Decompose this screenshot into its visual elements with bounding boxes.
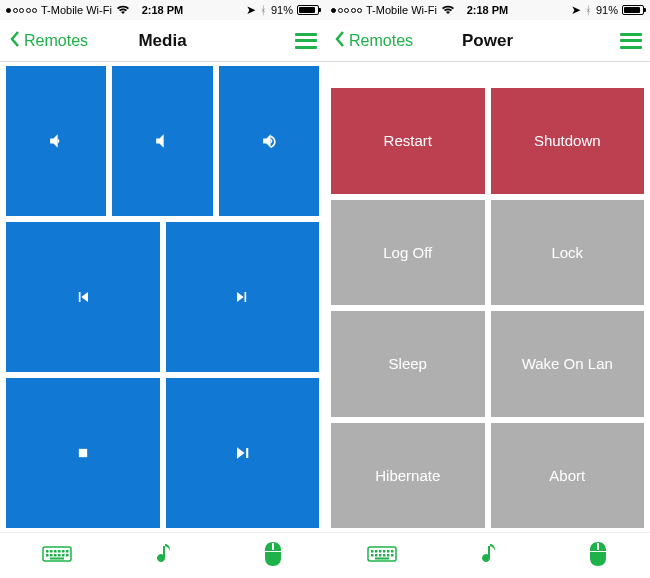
status-bar: T-Mobile Wi-Fi 2:18 PM ➤ ᚼ 91% [0, 0, 325, 20]
volume-mute-icon [152, 131, 172, 151]
power-button-log-off[interactable]: Log Off [331, 200, 485, 306]
tile-label: Abort [549, 467, 585, 484]
menu-button[interactable] [295, 33, 317, 49]
power-button-shutdown[interactable]: Shutdown [491, 88, 645, 194]
power-button-abort[interactable]: Abort [491, 423, 645, 529]
tile-label: Lock [551, 244, 583, 261]
tile-row [6, 222, 319, 372]
battery-icon [297, 5, 319, 15]
tile-row: Log OffLock [331, 200, 644, 306]
power-button-wake-on-lan[interactable]: Wake On Lan [491, 311, 645, 417]
clock-label: 2:18 PM [325, 4, 650, 16]
svg-rect-21 [387, 550, 390, 553]
svg-rect-22 [391, 550, 394, 553]
tile-row: RestartShutdown [331, 88, 644, 194]
tile-row: SleepWake On Lan [331, 311, 644, 417]
phone-screen-0: T-Mobile Wi-Fi 2:18 PM ➤ ᚼ 91% Remotes M… [0, 0, 325, 578]
spacer [331, 66, 644, 82]
mouse-button[interactable] [588, 541, 608, 571]
back-label: Remotes [349, 32, 413, 50]
svg-rect-14 [66, 554, 69, 557]
svg-rect-1 [246, 448, 248, 458]
power-button-sleep[interactable]: Sleep [331, 311, 485, 417]
power-button-hibernate[interactable]: Hibernate [331, 423, 485, 529]
svg-rect-6 [58, 550, 61, 553]
svg-rect-15 [50, 557, 64, 559]
back-button[interactable]: Remotes [333, 29, 413, 53]
svg-rect-11 [54, 554, 57, 557]
nav-bar: Remotes Power [325, 20, 650, 62]
svg-rect-24 [375, 554, 378, 557]
volume-up-icon [259, 131, 279, 151]
tile-row [6, 66, 319, 216]
clock-label: 2:18 PM [0, 4, 325, 16]
svg-rect-25 [379, 554, 382, 557]
keyboard-button[interactable] [42, 544, 72, 568]
svg-rect-27 [387, 554, 390, 557]
music-icon [156, 553, 178, 570]
power-button-restart[interactable]: Restart [331, 88, 485, 194]
back-button[interactable]: Remotes [8, 29, 88, 53]
tile-row: HibernateAbort [331, 423, 644, 529]
volume-down-button[interactable] [6, 66, 106, 216]
mouse-button[interactable] [263, 541, 283, 571]
svg-rect-5 [54, 550, 57, 553]
prev-track-button[interactable] [6, 222, 160, 372]
music-icon [481, 553, 503, 570]
next-track-icon [232, 287, 252, 307]
stop-icon [73, 443, 93, 463]
battery-icon [622, 5, 644, 15]
volume-mute-button[interactable] [112, 66, 212, 216]
music-button[interactable] [481, 541, 503, 571]
bottom-toolbar [325, 532, 650, 578]
svg-rect-17 [371, 550, 374, 553]
play-pause-button[interactable] [166, 378, 320, 528]
volume-down-icon [46, 131, 66, 151]
keyboard-icon [367, 550, 397, 567]
chevron-left-icon [333, 29, 347, 53]
tile-label: Log Off [383, 244, 432, 261]
mouse-icon [588, 553, 608, 570]
tile-label: Hibernate [375, 467, 440, 484]
svg-rect-23 [371, 554, 374, 557]
tile-label: Sleep [389, 355, 427, 372]
hamburger-icon [295, 33, 317, 49]
svg-rect-0 [79, 449, 87, 457]
svg-rect-19 [379, 550, 382, 553]
svg-rect-26 [383, 554, 386, 557]
music-button[interactable] [156, 541, 178, 571]
mouse-icon [263, 553, 283, 570]
tile-label: Wake On Lan [522, 355, 613, 372]
prev-track-icon [73, 287, 93, 307]
play-pause-icon [232, 443, 252, 463]
keyboard-icon [42, 550, 72, 567]
volume-up-button[interactable] [219, 66, 319, 216]
tile-grid [0, 62, 325, 532]
tile-row [6, 378, 319, 528]
svg-rect-4 [50, 550, 53, 553]
svg-rect-18 [375, 550, 378, 553]
svg-rect-7 [62, 550, 65, 553]
svg-rect-3 [46, 550, 49, 553]
bottom-toolbar [0, 532, 325, 578]
tile-grid: RestartShutdownLog OffLockSleepWake On L… [325, 62, 650, 532]
nav-bar: Remotes Media [0, 20, 325, 62]
svg-rect-28 [391, 554, 394, 557]
hamburger-icon [620, 33, 642, 49]
power-button-lock[interactable]: Lock [491, 200, 645, 306]
svg-rect-29 [375, 557, 389, 559]
menu-button[interactable] [620, 33, 642, 49]
svg-rect-13 [62, 554, 65, 557]
svg-rect-20 [383, 550, 386, 553]
stop-button[interactable] [6, 378, 160, 528]
chevron-left-icon [8, 29, 22, 53]
back-label: Remotes [24, 32, 88, 50]
keyboard-button[interactable] [367, 544, 397, 568]
status-bar: T-Mobile Wi-Fi 2:18 PM ➤ ᚼ 91% [325, 0, 650, 20]
svg-rect-10 [50, 554, 53, 557]
next-track-button[interactable] [166, 222, 320, 372]
svg-rect-12 [58, 554, 61, 557]
tile-label: Shutdown [534, 132, 601, 149]
svg-rect-8 [66, 550, 69, 553]
phone-screen-1: T-Mobile Wi-Fi 2:18 PM ➤ ᚼ 91% Remotes P… [325, 0, 650, 578]
